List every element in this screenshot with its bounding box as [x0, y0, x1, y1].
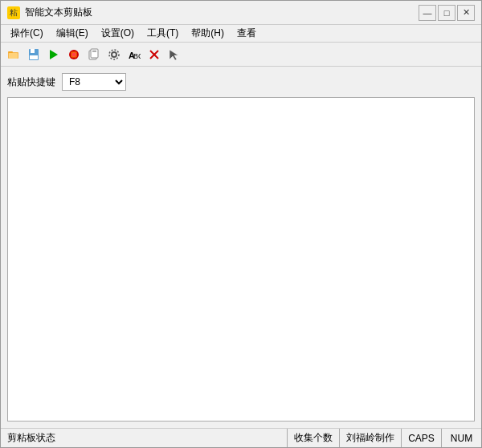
menu-item-edit[interactable]: 编辑(E)	[50, 25, 95, 42]
window-title: 智能文本剪贴板	[25, 6, 419, 19]
folder-open-icon	[7, 48, 20, 61]
status-author: 刘福岭制作	[339, 429, 401, 447]
hotkey-row: 粘贴快捷键 F8 F5 F6 F7 F9 F10	[7, 73, 475, 91]
svg-point-13	[112, 52, 116, 57]
record-icon	[67, 48, 80, 61]
save-icon	[27, 48, 40, 61]
minimize-button[interactable]: —	[419, 5, 436, 21]
svg-marker-19	[170, 50, 178, 60]
x-icon	[148, 48, 161, 61]
hotkey-select[interactable]: F8 F5 F6 F7 F9 F10	[62, 73, 126, 91]
menu-item-action[interactable]: 操作(C)	[4, 25, 50, 42]
text-icon: A BC	[128, 48, 141, 61]
hotkey-label: 粘贴快捷键	[7, 75, 55, 89]
menu-item-tools[interactable]: 工具(T)	[141, 25, 185, 42]
status-panels: 收集个数 刘福岭制作 CAPS NUM	[287, 429, 481, 447]
toolbar-settings-button[interactable]	[104, 45, 124, 64]
main-window: 粘 智能文本剪贴板 — □ ✕ 操作(C) 编辑(E) 设置(O) 工具(T) …	[0, 0, 482, 448]
toolbar-text-button[interactable]: A BC	[125, 45, 144, 64]
toolbar-copy-button[interactable]	[84, 45, 104, 64]
svg-rect-4	[31, 49, 35, 53]
menu-item-view[interactable]: 查看	[231, 25, 263, 42]
window-controls: — □ ✕	[419, 5, 475, 21]
svg-point-14	[109, 50, 119, 59]
app-icon: 粘	[7, 6, 20, 19]
toolbar-save-button[interactable]	[24, 45, 43, 64]
toolbar-close-button[interactable]	[145, 45, 164, 64]
close-button[interactable]: ✕	[457, 5, 475, 21]
svg-rect-2	[9, 53, 18, 59]
status-caps: CAPS	[401, 429, 441, 447]
main-text-area[interactable]	[7, 97, 475, 422]
status-num: NUM	[441, 429, 481, 447]
status-collect-count: 收集个数	[287, 429, 339, 447]
menu-item-help[interactable]: 帮助(H)	[185, 25, 231, 42]
status-left-text: 剪粘板状态	[1, 431, 287, 445]
toolbar-open-button[interactable]	[4, 45, 23, 64]
menu-bar: 操作(C) 编辑(E) 设置(O) 工具(T) 帮助(H) 查看	[1, 25, 481, 43]
svg-rect-5	[30, 55, 38, 59]
status-bar: 剪粘板状态 收集个数 刘福岭制作 CAPS NUM	[1, 428, 481, 447]
cursor-icon	[168, 48, 181, 61]
toolbar-record-button[interactable]	[64, 45, 84, 64]
toolbar: A BC	[1, 43, 481, 67]
svg-rect-11	[91, 49, 98, 58]
title-bar: 粘 智能文本剪贴板 — □ ✕	[1, 1, 481, 25]
clipboard-icon	[88, 48, 100, 61]
play-icon	[47, 48, 60, 61]
content-area: 粘贴快捷键 F8 F5 F6 F7 F9 F10	[1, 67, 481, 428]
svg-text:BC: BC	[133, 52, 141, 60]
svg-rect-12	[92, 51, 96, 52]
maximize-button[interactable]: □	[438, 5, 455, 21]
menu-item-settings[interactable]: 设置(O)	[95, 25, 141, 42]
gear-icon	[108, 48, 120, 61]
svg-marker-6	[50, 50, 58, 59]
svg-point-8	[71, 52, 76, 57]
toolbar-run-button[interactable]	[44, 45, 63, 64]
toolbar-cursor-button[interactable]	[165, 45, 184, 64]
